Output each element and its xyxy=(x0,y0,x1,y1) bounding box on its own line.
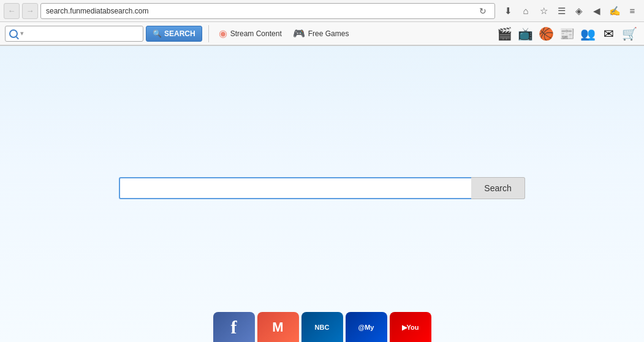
facebook-shortcut[interactable]: f xyxy=(213,312,255,342)
reading-mode-icon[interactable]: ◀ xyxy=(589,3,605,19)
stream-content-link[interactable]: ◉ Stream Content xyxy=(215,25,286,42)
myspace-shortcut[interactable]: @My xyxy=(346,312,387,342)
stream-content-label: Stream Content xyxy=(230,29,282,38)
main-search-input[interactable] xyxy=(119,177,471,199)
toolbar-shop-icon[interactable]: 🛒 xyxy=(619,25,639,43)
home-icon[interactable]: ⌂ xyxy=(518,3,534,19)
free-games-link[interactable]: 🎮 Free Games xyxy=(289,25,353,42)
free-games-icon: 🎮 xyxy=(293,28,305,39)
refresh-button[interactable]: ↻ xyxy=(476,4,490,18)
forward-button[interactable]: → xyxy=(22,3,38,19)
myspace-icon: @My xyxy=(358,324,374,331)
back-button[interactable]: ← xyxy=(4,3,20,19)
free-games-label: Free Games xyxy=(308,29,349,38)
main-search-button-label: Search xyxy=(484,183,511,193)
nbc-icon: NBC xyxy=(315,324,330,331)
toolbar-video-icon[interactable]: 🎬 xyxy=(494,25,514,43)
toolbar-tv-icon[interactable]: 📺 xyxy=(515,25,535,43)
main-search-area: Search xyxy=(119,177,525,199)
toolbar-sports-icon[interactable]: 🏀 xyxy=(536,25,556,43)
toolbar-search-area: ▾ 🔍 SEARCH xyxy=(5,26,202,42)
toolbar-search-mag-icon xyxy=(9,29,18,38)
stream-content-icon: ◉ xyxy=(219,28,227,39)
bookmark-star-icon[interactable]: ☆ xyxy=(536,3,551,19)
address-bar: search.funmediatabsearch.com ↻ xyxy=(40,3,495,19)
toolbar-search-label: SEARCH xyxy=(164,29,195,38)
toolbar-dropdown-arrow[interactable]: ▾ xyxy=(20,29,24,37)
menu-icon[interactable]: ≡ xyxy=(624,3,640,19)
pocket-icon[interactable]: ◈ xyxy=(571,3,587,19)
gmail-shortcut[interactable]: M xyxy=(257,312,299,342)
main-page-content: Search f M NBC @My ▶You xyxy=(0,46,644,342)
facebook-icon: f xyxy=(231,317,237,338)
toolbar-email-icon[interactable]: ✉ xyxy=(599,25,618,43)
nbc-shortcut[interactable]: NBC xyxy=(301,312,343,342)
youtube-icon: ▶You xyxy=(402,324,419,332)
address-text: search.funmediatabsearch.com xyxy=(46,7,476,15)
toolbar-divider-1 xyxy=(208,25,209,42)
toolbar-search-input[interactable] xyxy=(29,29,139,38)
browser-nav-icons: ⬇ ⌂ ☆ ☰ ◈ ◀ ✍ ≡ xyxy=(500,3,640,19)
toolbar-search-input-wrap[interactable]: ▾ xyxy=(5,26,143,42)
main-search-button[interactable]: Search xyxy=(471,177,525,199)
download-icon[interactable]: ⬇ xyxy=(500,3,516,19)
bookmarks-list-icon[interactable]: ☰ xyxy=(553,3,569,19)
toolbar-search-icon: 🔍 xyxy=(153,29,162,38)
toolbar-icon-links: 🎬 📺 🏀 📰 👥 ✉ 🛒 xyxy=(494,25,639,43)
youtube-shortcut[interactable]: ▶You xyxy=(390,312,431,342)
bottom-icons-strip: f M NBC @My ▶You xyxy=(213,312,431,342)
navigation-bar: ← → search.funmediatabsearch.com ↻ ⬇ ⌂ ☆… xyxy=(0,0,644,22)
funmediatabsearch-toolbar: ▾ 🔍 SEARCH ◉ Stream Content 🎮 Free Games… xyxy=(0,22,644,45)
messenger-icon[interactable]: ✍ xyxy=(607,3,623,19)
toolbar-search-button[interactable]: 🔍 SEARCH xyxy=(146,26,202,42)
toolbar-news-icon[interactable]: 📰 xyxy=(557,25,577,43)
gmail-icon: M xyxy=(272,319,283,335)
toolbar-social-icon[interactable]: 👥 xyxy=(578,25,597,43)
